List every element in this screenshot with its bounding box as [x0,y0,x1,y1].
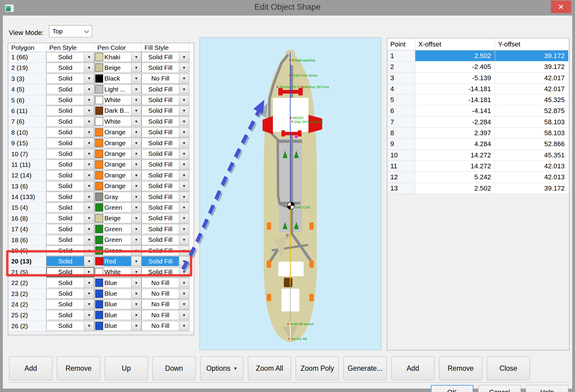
polygon-row[interactable]: 24 (2)Solid▼Blue▼No Fill▼ [8,299,194,310]
point-row[interactable]: 132.50239.172 [387,183,569,194]
fill-style-cell[interactable]: Solid Fill▼ [141,202,189,213]
pen-color-cell[interactable]: Blue▼ [94,299,141,310]
pen-color-cell[interactable]: Orange▼ [94,160,141,170]
dropdown-arrow-icon[interactable]: ▼ [131,289,141,298]
dropdown-arrow-icon[interactable]: ▼ [84,149,94,159]
dropdown-arrow-icon[interactable]: ▼ [179,300,189,309]
fill-style-combobox[interactable]: Solid Fill▼ [141,192,189,202]
pen-style-combobox[interactable]: Solid▼ [46,127,94,137]
fill-style-cell[interactable]: Solid Fill▼ [141,235,189,245]
polygon-id-cell[interactable]: 3 (3) [8,74,46,84]
dropdown-arrow-icon[interactable]: ▼ [131,310,141,320]
pen-color-cell[interactable]: Khaki▼ [94,52,141,62]
dropdown-arrow-icon[interactable]: ▼ [131,203,141,212]
pen-style-cell[interactable]: Solid▼ [46,106,94,116]
x-offset-cell[interactable]: -14.181 [415,95,495,105]
dropdown-arrow-icon[interactable]: ▼ [84,192,94,201]
x-offset-cell[interactable]: -5.139 [415,73,495,83]
polygon-id-cell[interactable]: 7 (6) [8,116,46,127]
dropdown-arrow-icon[interactable]: ▼ [131,63,141,72]
fill-style-combobox[interactable]: Solid Fill▼ [141,84,189,94]
pen-style-combobox[interactable]: Solid▼ [46,116,94,126]
dropdown-arrow-icon[interactable]: ▼ [131,52,141,62]
pen-color-cell[interactable]: Dark B...▼ [94,106,141,116]
polygon-row[interactable]: 18 (6)Solid▼Green▼Solid Fill▼ [8,235,194,246]
point-row[interactable]: 1114.27242.013 [387,161,569,172]
pen-style-cell[interactable]: Solid▼ [46,95,94,105]
pen-color-combobox[interactable]: Orange▼ [94,138,141,148]
dropdown-arrow-icon[interactable]: ▼ [179,138,189,148]
point-id-cell[interactable]: 11 [387,161,415,171]
dropdown-arrow-icon[interactable]: ▼ [131,74,141,83]
pen-style-combobox[interactable]: Solid▼ [46,106,94,116]
dropdown-arrow-icon[interactable]: ▼ [131,224,141,234]
fill-style-combobox[interactable]: Solid Fill▼ [141,116,189,126]
pen-style-combobox[interactable]: Solid▼ [46,170,94,180]
remove-point-button[interactable]: Remove [439,356,482,380]
y-offset-cell[interactable]: 45.325 [495,95,569,105]
add-polygon-button[interactable]: Add [9,356,52,380]
y-offset-cell[interactable]: 39.172 [495,50,569,61]
polygon-row[interactable]: 22 (2)Solid▼Blue▼No Fill▼ [8,278,194,288]
dropdown-arrow-icon[interactable]: ▼ [84,84,94,94]
polygon-row[interactable]: 5 (6)Solid▼White▼Solid Fill▼ [8,95,194,106]
fill-style-cell[interactable]: No Fill▼ [141,310,189,320]
point-row[interactable]: 125.24242.013 [387,172,569,183]
pen-color-combobox[interactable]: Dark B...▼ [94,106,141,116]
x-offset-cell[interactable]: 2.502 [415,50,495,61]
pen-color-combobox[interactable]: Orange▼ [94,149,141,159]
polygon-row[interactable]: 13 (6)Solid▼Orange▼Solid Fill▼ [8,181,194,192]
x-offset-cell[interactable]: -2.284 [415,117,495,127]
polygon-id-cell[interactable]: 5 (6) [8,95,46,105]
fill-style-cell[interactable]: Solid Fill▼ [141,213,189,224]
pen-style-cell[interactable]: Solid▼ [46,160,94,170]
dropdown-arrow-icon[interactable]: ▼ [84,181,94,191]
fill-style-cell[interactable]: No Fill▼ [141,299,189,310]
pen-style-combobox[interactable]: Solid▼ [46,52,94,62]
dropdown-arrow-icon[interactable]: ▼ [84,138,94,148]
polygon-row[interactable]: 16 (8)Solid▼Beige▼Solid Fill▼ [8,213,194,224]
polygon-row[interactable]: 1 (66)Solid▼Khaki▼Solid Fill▼ [8,52,194,63]
dropdown-arrow-icon[interactable]: ▼ [131,106,141,115]
x-offset-cell[interactable]: 4.284 [415,139,495,149]
close-list-button[interactable]: Close [487,356,530,380]
pen-style-cell[interactable]: Solid▼ [46,181,94,191]
point-id-cell[interactable]: 6 [387,105,415,116]
fill-style-cell[interactable]: Solid Fill▼ [141,63,189,73]
pen-style-combobox[interactable]: Solid▼ [46,235,94,245]
pen-color-combobox[interactable]: Blue▼ [94,289,141,299]
polygon-row[interactable]: 23 (2)Solid▼Blue▼No Fill▼ [8,289,194,299]
point-row[interactable]: 94.28452.866 [387,139,569,150]
polygon-id-cell[interactable]: 10 (7) [8,149,46,159]
polygon-row[interactable]: 10 (7)Solid▼Orange▼Solid Fill▼ [8,149,194,160]
point-row[interactable]: 7-2.28458.103 [387,117,569,128]
y-offset-cell[interactable]: 42.013 [495,172,569,182]
point-row[interactable]: 4-14.18142.017 [387,84,569,95]
point-id-cell[interactable]: 1 [387,50,415,61]
point-row[interactable]: 2-2.40539.172 [387,61,569,72]
pen-style-combobox[interactable]: Solid▼ [46,74,94,84]
y-offset-cell[interactable]: 42.017 [495,84,569,94]
dropdown-arrow-icon[interactable]: ▼ [179,181,189,191]
dropdown-arrow-icon[interactable]: ▼ [84,63,94,72]
polygon-row[interactable]: 12 (14)Solid▼Orange▼Solid Fill▼ [8,170,194,181]
dropdown-arrow-icon[interactable]: ▼ [131,278,141,287]
generate-button[interactable]: Generate... [343,356,387,380]
dropdown-arrow-icon[interactable]: ▼ [179,203,189,212]
x-offset-cell[interactable]: -2.405 [415,61,495,72]
pen-style-combobox[interactable]: Solid▼ [46,95,94,105]
pen-color-combobox[interactable]: Green▼ [94,202,141,212]
view-mode-select[interactable]: Top [49,25,92,37]
fill-style-cell[interactable]: No Fill▼ [141,278,189,288]
polygon-id-cell[interactable]: 15 (4) [8,202,46,213]
pen-color-combobox[interactable]: Beige▼ [94,213,141,223]
fill-style-combobox[interactable]: Solid Fill▼ [141,63,189,73]
fill-style-cell[interactable]: Solid Fill▼ [141,149,189,159]
fill-style-cell[interactable]: Solid Fill▼ [141,95,189,105]
pen-color-combobox[interactable]: Orange▼ [94,181,141,191]
point-row[interactable]: 3-5.13942.017 [387,73,569,84]
zoom-all-button[interactable]: Zoom All [248,356,291,380]
pen-style-cell[interactable]: Solid▼ [46,84,94,95]
dropdown-arrow-icon[interactable]: ▼ [84,300,94,309]
pen-color-combobox[interactable]: Orange▼ [94,160,141,170]
